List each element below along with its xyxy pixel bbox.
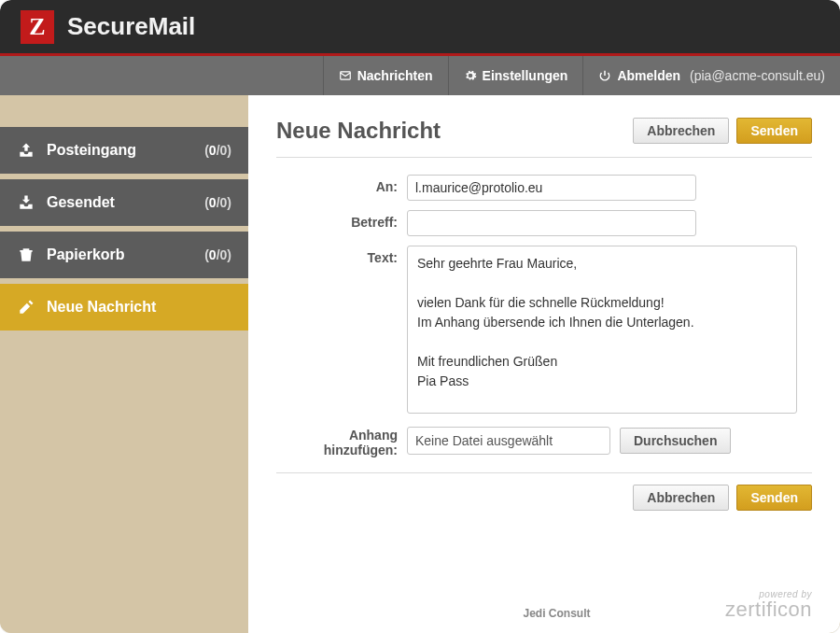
sent-icon bbox=[17, 193, 35, 212]
top-actions: Abbrechen Senden bbox=[633, 118, 812, 144]
trash-icon bbox=[17, 246, 35, 264]
footer-org: Jedi Consult bbox=[523, 607, 590, 620]
sidebar-item-label: Gesendet bbox=[47, 194, 193, 211]
nav-settings-label: Einstellungen bbox=[483, 68, 568, 83]
row-attach: Anhang hinzufügen: Keine Datei ausgewähl… bbox=[276, 423, 812, 457]
app-window: Z SecureMail Nachrichten Einstellungen A… bbox=[0, 0, 840, 633]
power-icon bbox=[598, 69, 611, 82]
row-subject: Betreff: bbox=[276, 210, 812, 236]
nav-logout-label: Abmelden bbox=[617, 68, 680, 83]
sidebar-item-label: Neue Nachricht bbox=[47, 299, 231, 316]
footer: Jedi Consult powered by zertificon bbox=[276, 571, 812, 624]
page-title: Neue Nachricht bbox=[276, 118, 441, 144]
compose-form: An: Betreff: Text: Anhang hinzufügen: Ke… bbox=[276, 158, 812, 457]
to-label: An: bbox=[276, 175, 398, 194]
browse-button[interactable]: Durchsuchen bbox=[620, 428, 731, 454]
app-body: Posteingang (0/0) Gesendet (0/0) Papierk… bbox=[0, 95, 840, 633]
attach-label: Anhang hinzufügen: bbox=[276, 423, 398, 457]
sidebar-item-inbox[interactable]: Posteingang (0/0) bbox=[0, 127, 248, 174]
logo-letter: Z bbox=[29, 13, 45, 41]
file-picker: Keine Datei ausgewählt Durchsuchen bbox=[407, 427, 731, 455]
subject-label: Betreff: bbox=[276, 210, 398, 230]
app-logo: Z bbox=[21, 10, 54, 44]
sidebar-item-label: Papierkorb bbox=[47, 246, 193, 263]
file-display: Keine Datei ausgewählt bbox=[407, 427, 610, 455]
nav-logout[interactable]: Abmelden (pia@acme-consult.eu) bbox=[582, 56, 840, 95]
divider bbox=[276, 472, 812, 473]
compose-icon bbox=[17, 298, 35, 316]
cancel-button[interactable]: Abbrechen bbox=[633, 118, 729, 144]
svg-rect-1 bbox=[24, 253, 25, 259]
nav-settings[interactable]: Einstellungen bbox=[448, 56, 583, 95]
send-button[interactable]: Senden bbox=[736, 118, 812, 144]
svg-rect-2 bbox=[27, 253, 28, 259]
app-title: SecureMail bbox=[67, 12, 195, 41]
sidebar-item-count: (0/0) bbox=[204, 143, 231, 158]
sidebar: Posteingang (0/0) Gesendet (0/0) Papierk… bbox=[0, 95, 248, 633]
envelope-icon bbox=[339, 69, 352, 82]
cancel-button-bottom[interactable]: Abbrechen bbox=[633, 485, 729, 511]
sidebar-item-sent[interactable]: Gesendet (0/0) bbox=[0, 179, 248, 226]
main-header: Neue Nachricht Abbrechen Senden bbox=[276, 118, 812, 158]
main-panel: Neue Nachricht Abbrechen Senden An: Betr… bbox=[248, 95, 840, 633]
top-nav: Nachrichten Einstellungen Abmelden (pia@… bbox=[0, 56, 840, 95]
body-textarea[interactable] bbox=[407, 246, 797, 414]
to-input[interactable] bbox=[407, 175, 696, 201]
send-button-bottom[interactable]: Senden bbox=[736, 485, 812, 511]
sidebar-item-compose[interactable]: Neue Nachricht bbox=[0, 284, 248, 331]
app-header: Z SecureMail bbox=[0, 0, 840, 56]
nav-messages[interactable]: Nachrichten bbox=[323, 56, 448, 95]
bottom-actions: Abbrechen Senden bbox=[276, 485, 812, 511]
powered-brand: zertificon bbox=[725, 599, 812, 620]
subject-input[interactable] bbox=[407, 210, 696, 236]
row-body: Text: bbox=[276, 246, 812, 414]
nav-user-email: (pia@acme-consult.eu) bbox=[690, 68, 825, 83]
inbox-icon bbox=[17, 141, 35, 160]
powered-by: powered by zertificon bbox=[725, 590, 812, 620]
sidebar-item-label: Posteingang bbox=[47, 142, 193, 159]
nav-messages-label: Nachrichten bbox=[357, 68, 433, 83]
gear-icon bbox=[464, 69, 477, 82]
sidebar-item-count: (0/0) bbox=[204, 195, 231, 210]
body-label: Text: bbox=[276, 246, 398, 265]
sidebar-item-trash[interactable]: Papierkorb (0/0) bbox=[0, 232, 248, 278]
row-to: An: bbox=[276, 175, 812, 201]
sidebar-item-count: (0/0) bbox=[204, 247, 231, 262]
